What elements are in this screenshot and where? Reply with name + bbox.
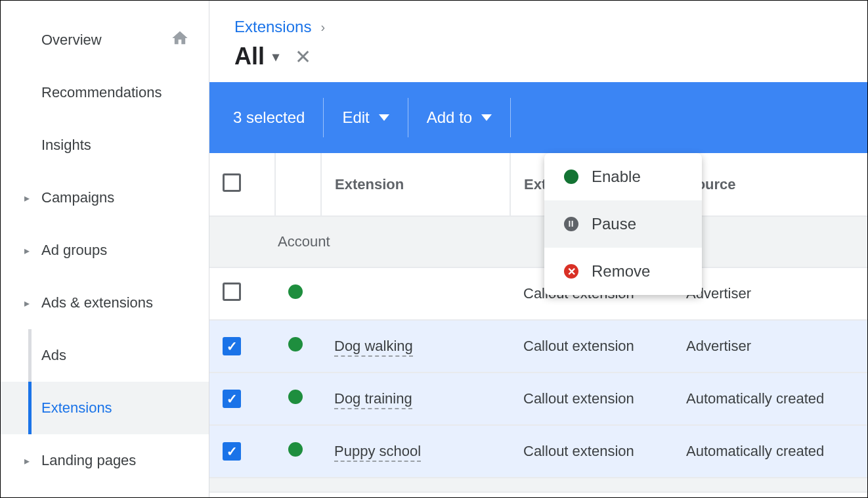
edit-dropdown[interactable]: Edit bbox=[324, 98, 408, 137]
status-enabled-icon bbox=[288, 284, 303, 299]
breadcrumb-link[interactable]: Extensions bbox=[234, 18, 311, 36]
sidebar-item-ads[interactable]: Ads bbox=[1, 329, 209, 382]
extensions-table: Extension Extension type Source Account … bbox=[209, 153, 867, 493]
sidebar: Overview Recommendations Insights ▸ Camp… bbox=[1, 1, 209, 497]
extension-type: Callout extension bbox=[510, 425, 673, 478]
sidebar-label: Landing pages bbox=[41, 452, 136, 469]
status-enabled-icon bbox=[288, 337, 303, 351]
caret-icon: ▸ bbox=[24, 297, 31, 309]
sidebar-item-ads-extensions[interactable]: ▸ Ads & extensions bbox=[1, 277, 209, 329]
caret-down-icon bbox=[481, 114, 492, 121]
extension-source: Advertiser bbox=[673, 267, 867, 320]
edit-menu: Enable II Pause ✕ Remove bbox=[544, 153, 702, 295]
extension-source: Advertiser bbox=[673, 320, 867, 373]
sidebar-item-overview[interactable]: Overview bbox=[1, 14, 209, 66]
home-icon bbox=[171, 29, 189, 51]
sidebar-label: Recommendations bbox=[41, 84, 162, 101]
caret-icon: ▸ bbox=[24, 244, 31, 257]
sidebar-item-recommendations[interactable]: Recommendations bbox=[1, 66, 209, 119]
sidebar-item-extensions[interactable]: Extensions bbox=[1, 382, 209, 434]
col-extension[interactable]: Extension bbox=[321, 153, 510, 216]
sidebar-item-campaigns[interactable]: ▸ Campaigns bbox=[1, 171, 209, 224]
row-checkbox[interactable] bbox=[223, 283, 241, 301]
pause-icon: II bbox=[564, 217, 578, 231]
main-content: Extensions › All ▾ ✕ 3 selected Edit Add… bbox=[209, 1, 867, 497]
caret-icon: ▸ bbox=[24, 192, 31, 204]
sidebar-label: Insights bbox=[41, 137, 91, 154]
menu-pause[interactable]: II Pause bbox=[544, 200, 702, 248]
filter-dropdown[interactable]: All ▾ bbox=[234, 43, 279, 70]
table-row[interactable]: ✓ Dog training Callout extension Automat… bbox=[209, 373, 867, 425]
extension-source: Automatically created bbox=[673, 425, 867, 478]
remove-icon: ✕ bbox=[564, 264, 578, 279]
caret-down-icon: ▾ bbox=[272, 49, 279, 64]
row-checkbox[interactable]: ✓ bbox=[223, 337, 241, 355]
selection-count: 3 selected bbox=[233, 98, 324, 137]
extension-name[interactable]: Dog walking bbox=[334, 338, 413, 357]
sidebar-label: Extensions bbox=[41, 399, 112, 417]
status-enabled-icon bbox=[288, 390, 303, 404]
sidebar-label: Campaigns bbox=[41, 189, 114, 206]
extension-name[interactable]: Dog training bbox=[334, 390, 412, 409]
sidebar-item-adgroups[interactable]: ▸ Ad groups bbox=[1, 224, 209, 277]
table-row[interactable]: ✓ Puppy school Callout extension Automat… bbox=[209, 425, 867, 478]
chevron-right-icon: › bbox=[320, 20, 325, 35]
group-row-account: Account bbox=[209, 216, 867, 267]
sidebar-label: Ads & extensions bbox=[41, 294, 153, 311]
enable-icon bbox=[564, 170, 578, 184]
extension-name[interactable]: Puppy school bbox=[334, 443, 421, 462]
col-source[interactable]: Source bbox=[673, 153, 867, 216]
selection-action-bar: 3 selected Edit Add to Enable II Pause bbox=[209, 82, 867, 153]
close-icon[interactable]: ✕ bbox=[295, 45, 311, 68]
addto-dropdown[interactable]: Add to bbox=[408, 98, 511, 137]
select-all-checkbox[interactable] bbox=[223, 173, 241, 192]
filter-title: All bbox=[234, 43, 265, 70]
sidebar-label: Ads bbox=[41, 347, 66, 364]
breadcrumb[interactable]: Extensions › bbox=[234, 18, 842, 36]
sidebar-label: Overview bbox=[41, 32, 102, 49]
row-checkbox[interactable]: ✓ bbox=[223, 442, 241, 461]
status-enabled-icon bbox=[288, 442, 303, 457]
extension-type: Callout extension bbox=[510, 320, 673, 373]
menu-remove[interactable]: ✕ Remove bbox=[544, 248, 702, 295]
menu-enable[interactable]: Enable bbox=[544, 153, 702, 200]
sidebar-item-landing-pages[interactable]: ▸ Landing pages bbox=[1, 434, 209, 487]
col-checkbox bbox=[209, 153, 275, 216]
table-footer-spacer bbox=[209, 478, 867, 492]
sidebar-label: Ad groups bbox=[41, 242, 107, 259]
sidebar-item-insights[interactable]: Insights bbox=[1, 119, 209, 171]
caret-icon: ▸ bbox=[24, 455, 31, 467]
caret-down-icon bbox=[379, 114, 389, 121]
extension-source: Automatically created bbox=[673, 373, 867, 425]
extension-type: Callout extension bbox=[510, 373, 673, 425]
table-row[interactable]: Callout extension Advertiser bbox=[209, 267, 867, 320]
table-row[interactable]: ✓ Dog walking Callout extension Advertis… bbox=[209, 320, 867, 373]
page-header: Extensions › All ▾ ✕ bbox=[209, 1, 867, 82]
row-checkbox[interactable]: ✓ bbox=[223, 390, 241, 408]
col-status bbox=[275, 153, 321, 216]
